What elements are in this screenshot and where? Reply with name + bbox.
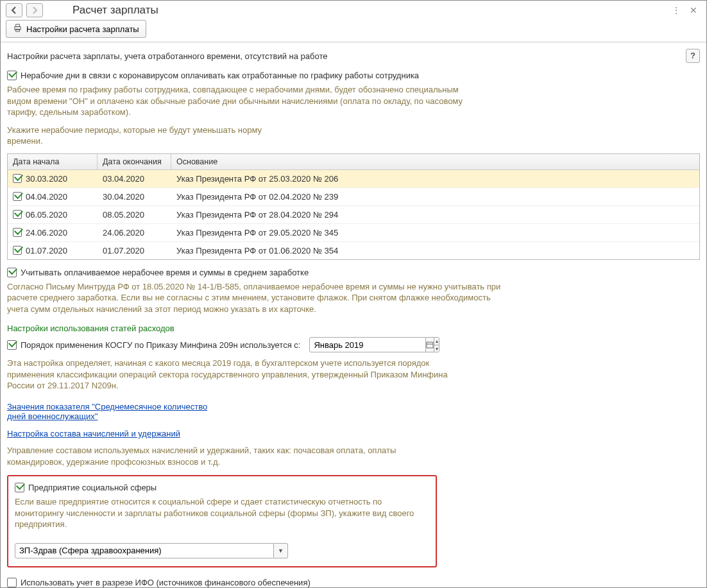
combo-dropdown-button[interactable]: ▼	[274, 543, 288, 558]
print-settings-label: Настройки расчета зарплаты	[26, 24, 139, 34]
col-start-header[interactable]: Дата начала	[8, 154, 98, 169]
table-row[interactable]: 04.04.2020 30.04.2020 Указ Президента РФ…	[8, 188, 699, 206]
col-end-header[interactable]: Дата окончания	[98, 154, 171, 169]
include-in-average-checkbox[interactable]	[7, 268, 17, 277]
spin-up-button[interactable]: ▲	[434, 338, 439, 345]
subtitle-text: Настройки расчета зарплаты, учета отрабо…	[7, 51, 327, 61]
table-row[interactable]: 24.06.2020 24.06.2020 Указ Президента РФ…	[8, 224, 699, 242]
periods-table: Дата начала Дата окончания Основание 30.…	[7, 153, 700, 260]
nav-forward-button[interactable]	[26, 3, 43, 17]
arrow-right-icon	[31, 6, 38, 14]
window-header: Расчет зарплаты ⋮ ✕	[1, 1, 706, 17]
nonworking-days-label: Нерабочие дни в связи с коронавирусом оп…	[21, 71, 419, 80]
nav-back-button[interactable]	[6, 3, 22, 17]
expense-heading: Настройки использования статей расходов	[7, 324, 700, 333]
page-title: Расчет зарплаты	[72, 4, 158, 17]
table-row[interactable]: 01.07.2020 01.07.2020 Указ Президента РФ…	[8, 242, 699, 259]
col-basis-header[interactable]: Основание	[171, 154, 699, 169]
kosgu-description: Эта настройка определяет, начиная с како…	[7, 358, 456, 392]
help-button[interactable]: ?	[686, 49, 700, 63]
calendar-icon	[426, 341, 434, 349]
svg-rect-3	[427, 342, 433, 348]
row-checkbox[interactable]	[13, 246, 22, 255]
military-days-link[interactable]: Значения показателя "Среднемесячное коли…	[7, 402, 225, 421]
social-sphere-combo[interactable]	[15, 543, 274, 558]
include-in-average-label: Учитывать оплачиваемое нерабочее время и…	[21, 268, 309, 277]
ifo-checkbox[interactable]	[7, 578, 17, 587]
accruals-hint: Управление составом используемых начисле…	[7, 445, 405, 467]
social-sphere-label: Предприятие социальной сферы	[28, 483, 157, 492]
toolbar: Настройки расчета зарплаты	[1, 17, 706, 42]
spin-down-button[interactable]: ▼	[434, 345, 439, 352]
row-checkbox[interactable]	[13, 228, 22, 237]
printer-icon	[13, 23, 22, 35]
nonworking-days-checkbox[interactable]	[7, 71, 17, 80]
kosgu-checkbox[interactable]	[7, 340, 17, 350]
social-sphere-highlight: Предприятие социальной сферы Если ваше п…	[7, 475, 437, 567]
print-settings-button[interactable]: Настройки расчета зарплаты	[6, 20, 146, 38]
nonworking-days-description: Рабочее время по графику работы сотрудни…	[7, 84, 463, 118]
arrow-left-icon	[10, 6, 18, 14]
kebab-menu-icon[interactable]: ⋮	[672, 5, 681, 15]
kosgu-label: Порядок применения КОСГУ по Приказу Минф…	[21, 340, 300, 350]
table-row[interactable]: 06.05.2020 08.05.2020 Указ Президента РФ…	[8, 206, 699, 224]
row-checkbox[interactable]	[13, 210, 22, 219]
row-checkbox[interactable]	[13, 192, 22, 201]
nonworking-periods-hint: Укажите нерабочие периоды, которые не бу…	[7, 125, 264, 147]
social-sphere-checkbox[interactable]	[15, 483, 24, 492]
svg-rect-1	[16, 24, 20, 27]
row-checkbox[interactable]	[13, 174, 22, 183]
include-in-average-description: Согласно Письму Минтруда РФ от 18.05.202…	[7, 281, 507, 315]
ifo-label: Использовать учет в разрезе ИФО (источни…	[21, 578, 311, 587]
calendar-button[interactable]	[426, 337, 434, 352]
kosgu-date-input[interactable]	[309, 337, 426, 352]
close-icon[interactable]: ✕	[690, 5, 697, 15]
social-sphere-description: Если ваше предприятие относится к социал…	[15, 496, 425, 530]
accruals-settings-link[interactable]: Настройка состава начислений и удержаний	[7, 429, 180, 438]
table-row[interactable]: 30.03.2020 03.04.2020 Указ Президента РФ…	[8, 170, 699, 188]
